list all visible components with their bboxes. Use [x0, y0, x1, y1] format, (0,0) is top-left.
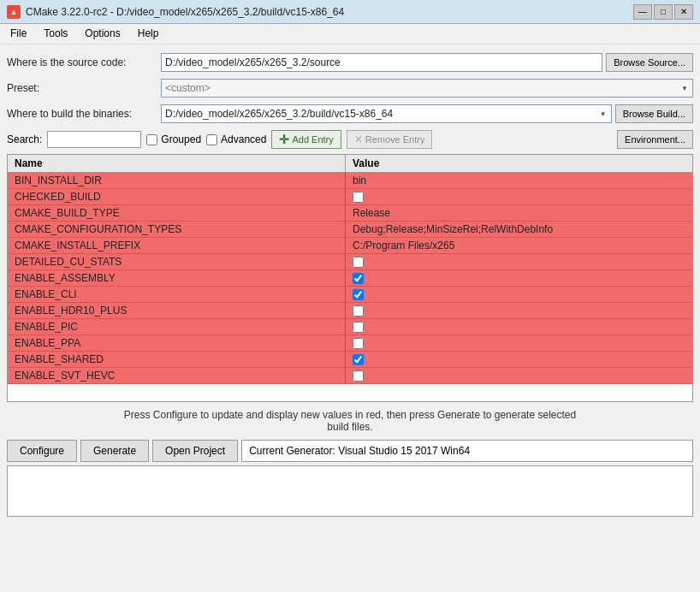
open-project-button[interactable]: Open Project	[152, 440, 238, 462]
cell-name: ENABLE_PIC	[8, 319, 346, 334]
entries-table: Name Value BIN_INSTALL_DIRbinCHECKED_BUI…	[7, 154, 693, 402]
cell-value	[346, 189, 692, 204]
grouped-label: Grouped	[161, 133, 201, 145]
build-dropdown-arrow: ▼	[600, 110, 607, 118]
cell-checkbox[interactable]	[353, 338, 364, 349]
cell-name: ENABLE_SHARED	[8, 352, 346, 367]
add-entry-button[interactable]: ✛ Add Entry	[271, 130, 341, 149]
remove-entry-label: Remove Entry	[365, 134, 425, 145]
cell-name: ENABLE_SVT_HEVC	[8, 368, 346, 383]
cell-value: Debug;Release;MinSizeRel;RelWithDebInfo	[346, 222, 692, 237]
menu-bar: File Tools Options Help	[0, 24, 700, 44]
remove-entry-button[interactable]: ✕ Remove Entry	[347, 130, 433, 149]
search-label: Search:	[7, 133, 42, 145]
table-row[interactable]: CMAKE_CONFIGURATION_TYPESDebug;Release;M…	[8, 222, 692, 238]
cell-value	[346, 303, 692, 318]
preset-row: Preset: ▼	[7, 77, 693, 99]
table-row[interactable]: ENABLE_CLI	[8, 287, 692, 303]
cell-checkbox[interactable]	[353, 370, 364, 382]
cell-value	[346, 352, 692, 367]
generator-text: Current Generator: Visual Studio 15 2017…	[241, 440, 693, 462]
menu-file[interactable]: File	[3, 26, 33, 42]
configure-button[interactable]: Configure	[7, 440, 77, 462]
cell-checkbox[interactable]	[353, 289, 364, 300]
table-row[interactable]: DETAILED_CU_STATS	[8, 254, 692, 270]
output-panel	[7, 465, 693, 517]
cell-value	[346, 335, 692, 351]
table-row[interactable]: CHECKED_BUILD	[8, 189, 692, 205]
menu-help[interactable]: Help	[131, 26, 166, 42]
build-label: Where to build the binaries:	[7, 108, 161, 120]
table-row[interactable]: BIN_INSTALL_DIRbin	[8, 173, 692, 189]
preset-input[interactable]	[161, 79, 693, 98]
plus-icon: ✛	[279, 133, 289, 146]
window-title: CMake 3.22.0-rc2 - D:/video_model/x265/x…	[26, 6, 344, 18]
generate-button[interactable]: Generate	[80, 440, 149, 462]
cell-checkbox[interactable]	[353, 273, 364, 284]
source-input[interactable]	[161, 53, 602, 72]
cell-value: C:/Program Files/x265	[346, 238, 692, 253]
cell-name: ENABLE_ASSEMBLY	[8, 270, 346, 286]
maximize-button[interactable]: □	[654, 4, 673, 20]
cell-name: DETAILED_CU_STATS	[8, 254, 346, 269]
cell-value	[346, 254, 692, 269]
advanced-checkbox-label[interactable]: Advanced	[206, 133, 266, 145]
table-row[interactable]: ENABLE_SVT_HEVC	[8, 368, 692, 384]
table-row[interactable]: CMAKE_BUILD_TYPERelease	[8, 205, 692, 222]
table-row[interactable]: ENABLE_HDR10_PLUS	[8, 303, 692, 319]
grouped-checkbox[interactable]	[146, 134, 157, 145]
advanced-label: Advanced	[221, 133, 266, 145]
cell-name: CMAKE_INSTALL_PREFIX	[8, 238, 346, 253]
search-bar: Search: Grouped Advanced ✛ Add Entry ✕ R…	[7, 128, 693, 151]
browse-build-button[interactable]: Browse Build...	[615, 104, 693, 123]
cell-name: ENABLE_HDR10_PLUS	[8, 303, 346, 318]
cell-name: BIN_INSTALL_DIR	[8, 173, 346, 188]
source-row: Where is the source code: Browse Source.…	[7, 51, 693, 74]
cell-value: Release	[346, 205, 692, 221]
table-header: Name Value	[8, 155, 692, 173]
header-value: Value	[346, 155, 692, 172]
cell-value: bin	[346, 173, 692, 188]
source-label: Where is the source code:	[7, 56, 161, 68]
table-row[interactable]: ENABLE_PPA	[8, 335, 692, 352]
cell-value	[346, 319, 692, 334]
header-name: Name	[8, 155, 346, 172]
browse-source-button[interactable]: Browse Source...	[606, 53, 693, 72]
bottom-bar: Configure Generate Open Project Current …	[7, 440, 693, 462]
preset-label: Preset:	[7, 82, 161, 94]
build-input[interactable]	[161, 104, 612, 123]
preset-dropdown-arrow: ▼	[681, 85, 688, 92]
x-icon: ✕	[354, 133, 363, 145]
grouped-checkbox-label[interactable]: Grouped	[146, 133, 201, 145]
cell-name: CHECKED_BUILD	[8, 189, 346, 204]
main-content: Where is the source code: Browse Source.…	[0, 44, 700, 524]
status-text: Press Configure to update and display ne…	[7, 406, 693, 436]
add-entry-label: Add Entry	[292, 134, 333, 145]
environment-button[interactable]: Environment...	[617, 130, 693, 149]
menu-options[interactable]: Options	[78, 26, 127, 42]
minimize-button[interactable]: —	[633, 4, 652, 20]
cell-name: ENABLE_PPA	[8, 335, 346, 351]
close-button[interactable]: ✕	[674, 4, 693, 20]
cell-checkbox[interactable]	[353, 354, 364, 365]
table-row[interactable]: ENABLE_SHARED	[8, 352, 692, 368]
cell-checkbox[interactable]	[353, 305, 364, 317]
cell-name: ENABLE_CLI	[8, 287, 346, 302]
build-row: Where to build the binaries: ▼ Browse Bu…	[7, 103, 693, 125]
menu-tools[interactable]: Tools	[37, 26, 74, 42]
table-row[interactable]: CMAKE_INSTALL_PREFIXC:/Program Files/x26…	[8, 238, 692, 254]
advanced-checkbox[interactable]	[206, 134, 217, 145]
cell-value	[346, 287, 692, 302]
cell-checkbox[interactable]	[353, 192, 364, 203]
title-bar: ▲ CMake 3.22.0-rc2 - D:/video_model/x265…	[0, 0, 700, 24]
search-input[interactable]	[47, 131, 141, 148]
cell-value	[346, 270, 692, 286]
cell-name: CMAKE_CONFIGURATION_TYPES	[8, 222, 346, 237]
cell-name: CMAKE_BUILD_TYPE	[8, 205, 346, 221]
table-row[interactable]: ENABLE_ASSEMBLY	[8, 270, 692, 287]
cell-checkbox[interactable]	[353, 257, 364, 268]
cell-checkbox[interactable]	[353, 322, 364, 333]
cell-value	[346, 368, 692, 383]
table-row[interactable]: ENABLE_PIC	[8, 319, 692, 335]
app-icon: ▲	[7, 5, 21, 19]
